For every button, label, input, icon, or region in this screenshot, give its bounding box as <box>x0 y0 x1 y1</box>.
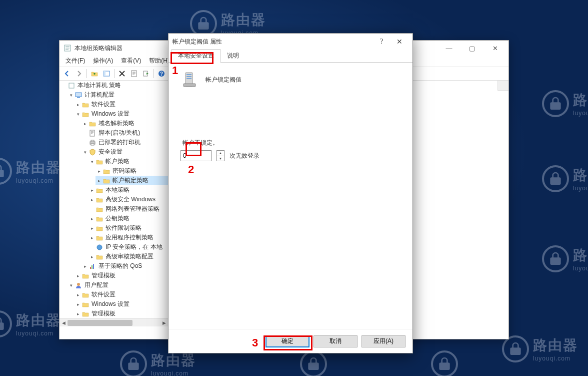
spinner-down-icon[interactable]: ▼ <box>217 156 224 161</box>
tree-admin-templates[interactable]: ▸管理模板 <box>74 271 168 280</box>
tree-root[interactable]: ▾本地计算机 策略 <box>60 81 168 90</box>
user-icon <box>74 281 82 289</box>
tree-user-windows[interactable]: ▸Windows 设置 <box>74 299 168 309</box>
dialog-body: 帐户锁定阈值 帐户不锁定。 ▲ ▼ 次无效登录 <box>168 63 412 329</box>
properties-icon[interactable] <box>128 68 140 79</box>
tree-user-config[interactable]: ▾用户配置 <box>68 280 168 290</box>
tree-pane[interactable]: ▾本地计算机 策略 ▾计算机配置 ▸软件设置 ▾Windows 设置 ▸域名解析… <box>60 81 168 339</box>
svg-rect-9 <box>77 97 80 98</box>
annotation-number-1: 1 <box>172 64 178 77</box>
printer-icon <box>88 139 96 147</box>
tree-app-control[interactable]: ▸应用程序控制策略 <box>88 233 168 242</box>
apply-button[interactable]: 应用(A) <box>362 335 406 347</box>
invalid-attempts-label: 次无效登录 <box>230 152 260 160</box>
list-header-edge <box>498 81 508 91</box>
tree-software-settings[interactable]: ▸软件设置 <box>74 100 168 109</box>
dialog-title: 帐户锁定阈值 属性 <box>172 38 372 46</box>
menu-action[interactable]: 操作(A) <box>89 56 117 66</box>
qos-icon <box>88 262 96 270</box>
tab-explain[interactable]: 说明 <box>220 49 246 63</box>
dialog-help-button[interactable]: ? <box>372 38 390 46</box>
threshold-input[interactable] <box>180 150 212 161</box>
svg-rect-2 <box>104 71 106 76</box>
svg-rect-20 <box>186 74 192 75</box>
help-icon[interactable]: ? <box>156 68 167 79</box>
svg-rect-12 <box>91 140 94 142</box>
scroll-left-icon[interactable]: ◀ <box>60 319 68 327</box>
maximize-button[interactable]: ▢ <box>460 41 484 56</box>
folder-icon <box>96 224 104 232</box>
tree-computer-config[interactable]: ▾计算机配置 <box>68 90 168 100</box>
dialog-tabs: 本地安全设置 说明 <box>168 50 412 63</box>
menu-view[interactable]: 查看(V) <box>117 56 145 66</box>
security-icon <box>88 148 96 156</box>
menu-file[interactable]: 文件(F) <box>62 56 89 66</box>
tree-policy-qos[interactable]: ▸基于策略的 QoS <box>82 261 168 271</box>
tree-dns-policy[interactable]: ▸域名解析策略 <box>82 119 168 128</box>
folder-icon <box>82 310 90 318</box>
nav-back-icon[interactable] <box>62 68 72 79</box>
spinner-up-icon[interactable]: ▲ <box>217 151 224 156</box>
up-folder-icon[interactable] <box>89 68 100 79</box>
tree-scripts[interactable]: ▸脚本(启动/关机) <box>82 128 168 138</box>
watermark-lock-icon <box>502 335 529 362</box>
svg-rect-16 <box>92 265 92 269</box>
folder-icon <box>82 300 90 308</box>
tree-scrollbar[interactable]: ◀ ▶ <box>60 318 168 326</box>
watermark-lock-icon <box>431 350 458 376</box>
folder-icon <box>82 291 90 299</box>
tree-advanced-windows[interactable]: ▸高级安全 Windows <box>88 195 168 204</box>
folder-icon <box>96 253 104 261</box>
tab-security-settings[interactable]: 本地安全设置 <box>172 49 220 63</box>
svg-text:?: ? <box>160 71 163 77</box>
tree-user-software[interactable]: ▸软件设置 <box>74 290 168 299</box>
tree-ip-security[interactable]: ▸IP 安全策略，在 本地 <box>88 242 168 252</box>
app-icon <box>64 44 72 52</box>
svg-rect-8 <box>76 93 82 97</box>
svg-rect-7 <box>69 83 74 88</box>
show-hide-tree-icon[interactable] <box>101 68 112 79</box>
folder-icon <box>96 186 104 194</box>
tree-advanced-audit[interactable]: ▸高级审核策略配置 <box>88 252 168 261</box>
svg-point-18 <box>77 283 80 286</box>
tree-account-policies[interactable]: ▾帐户策略 <box>88 157 168 166</box>
scroll-thumb[interactable] <box>68 320 132 326</box>
dialog-close-button[interactable]: ✕ <box>390 38 408 46</box>
tree-account-lockout-policy[interactable]: ▸帐户锁定策略 <box>96 176 168 185</box>
ip-security-icon <box>96 243 104 251</box>
dialog-footer: 确定 取消 应用(A) <box>168 329 412 353</box>
tree-software-restriction[interactable]: ▸软件限制策略 <box>88 223 168 233</box>
computer-icon <box>74 91 82 99</box>
svg-rect-21 <box>186 76 192 77</box>
svg-rect-10 <box>90 130 94 136</box>
folder-icon <box>96 234 104 242</box>
delete-icon[interactable] <box>116 68 128 79</box>
cancel-button[interactable]: 取消 <box>314 335 358 347</box>
spinner-buttons[interactable]: ▲ ▼ <box>216 150 224 161</box>
policy-folder-icon <box>102 167 110 175</box>
folder-icon <box>96 215 104 223</box>
tree-security-settings[interactable]: ▾安全设置 <box>82 147 168 157</box>
folder-icon <box>82 101 90 109</box>
tree-password-policy[interactable]: ▸密码策略 <box>96 166 168 176</box>
folder-icon <box>96 196 104 204</box>
no-lock-label: 帐户不锁定。 <box>182 139 400 147</box>
minimize-button[interactable]: — <box>438 41 460 56</box>
dialog-heading: 帐户锁定阈值 <box>206 76 242 84</box>
tree-deployed-printers[interactable]: ▸已部署的打印机 <box>82 138 168 147</box>
close-button[interactable]: ✕ <box>484 41 506 56</box>
ok-button[interactable]: 确定 <box>266 335 310 347</box>
scroll-right-icon[interactable]: ▶ <box>160 319 168 327</box>
tree-user-admin-templates[interactable]: ▸管理模板 <box>74 309 168 318</box>
tree-windows-settings[interactable]: ▾Windows 设置 <box>74 109 168 119</box>
export-icon[interactable] <box>140 68 152 79</box>
annotation-number-2: 2 <box>188 163 194 176</box>
nav-forward-icon[interactable] <box>74 68 84 79</box>
dialog-titlebar[interactable]: 帐户锁定阈值 属性 ? ✕ <box>168 34 412 50</box>
watermark-lock-icon <box>0 310 12 337</box>
svg-rect-22 <box>186 78 192 79</box>
policy-folder-icon <box>102 177 110 185</box>
tree-network-list[interactable]: ▸网络列表管理器策略 <box>88 204 168 214</box>
tree-local-policies[interactable]: ▸本地策略 <box>88 185 168 195</box>
tree-public-key[interactable]: ▸公钥策略 <box>88 214 168 223</box>
